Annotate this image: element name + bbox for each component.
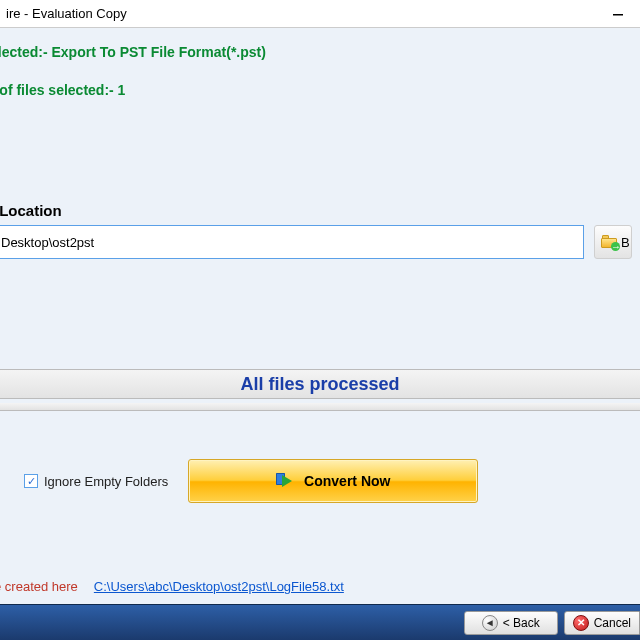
selected-option-label: elected:- Export To PST File Format(*.ps… — [0, 40, 640, 64]
convert-icon — [276, 471, 296, 491]
action-row: ✓ Ignore Empty Folders Convert Now — [0, 459, 640, 503]
minimize-button[interactable] — [596, 0, 640, 28]
output-location-label: t Location — [0, 202, 640, 219]
status-block: All files processed — [0, 369, 640, 411]
log-file-link[interactable]: C:\Users\abc\Desktop\ost2pst\LogFile58.t… — [94, 579, 344, 594]
log-line: e created here C:\Users\abc\Desktop\ost2… — [0, 579, 344, 594]
window-title: ire - Evaluation Copy — [6, 6, 127, 21]
output-path-row: → B — [0, 225, 632, 259]
cancel-icon: ✕ — [573, 615, 589, 631]
status-bar-under — [0, 403, 640, 411]
folder-icon: → — [601, 235, 617, 249]
app-window: ire - Evaluation Copy elected:- Export T… — [0, 0, 640, 640]
cancel-label: Cancel — [594, 616, 631, 630]
convert-now-button[interactable]: Convert Now — [188, 459, 478, 503]
status-text: All files processed — [240, 374, 399, 395]
log-intro-label: e created here — [0, 579, 78, 594]
ignore-empty-folders-checkbox[interactable]: ✓ Ignore Empty Folders — [24, 474, 168, 489]
svg-rect-0 — [613, 14, 623, 16]
cancel-button[interactable]: ✕ Cancel — [564, 611, 640, 635]
output-path-input[interactable] — [0, 225, 584, 259]
back-label: < Back — [503, 616, 540, 630]
minimize-icon — [612, 8, 624, 20]
wizard-bar: ◄ < Back ✕ Cancel — [0, 604, 640, 640]
browse-label: B — [621, 235, 630, 250]
browse-button[interactable]: → B — [594, 225, 632, 259]
back-icon: ◄ — [482, 615, 498, 631]
checkbox-icon: ✓ — [24, 474, 38, 488]
selected-count-label: r of files selected:- 1 — [0, 78, 640, 102]
convert-now-label: Convert Now — [304, 473, 390, 489]
content-area: elected:- Export To PST File Format(*.ps… — [0, 28, 640, 604]
titlebar: ire - Evaluation Copy — [0, 0, 640, 28]
back-button[interactable]: ◄ < Back — [464, 611, 558, 635]
ignore-empty-folders-label: Ignore Empty Folders — [44, 474, 168, 489]
status-bar: All files processed — [0, 369, 640, 399]
